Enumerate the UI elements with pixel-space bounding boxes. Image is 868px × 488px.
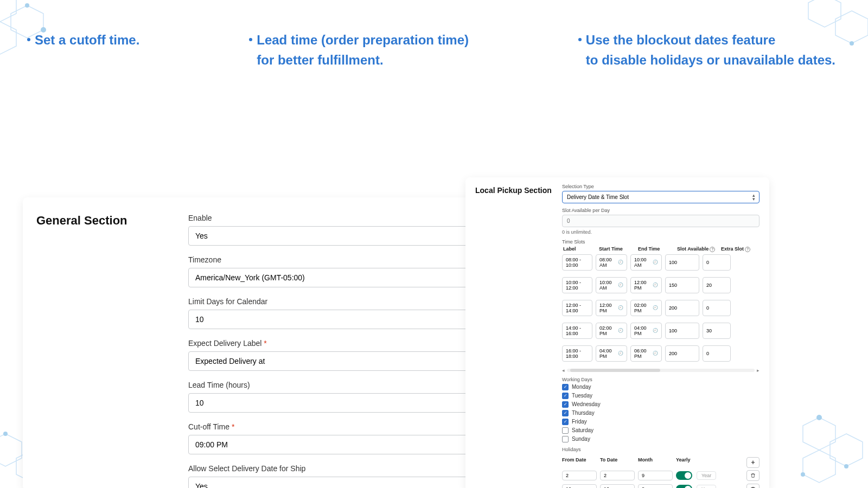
cutoff-time-input[interactable] bbox=[188, 435, 500, 454]
help-icon[interactable]: ? bbox=[745, 247, 750, 252]
slot-end-input[interactable]: 12:00 PM 🕘 bbox=[630, 277, 662, 293]
slot-extra-input[interactable]: 0 bbox=[703, 345, 731, 362]
allow-ship-label: Allow Select Delivery Date for Ship bbox=[188, 464, 500, 473]
time-slot-row: 14:00 - 16:0002:00 PM 🕘04:00 PM 🕘10030 bbox=[562, 323, 760, 339]
day-checkbox[interactable] bbox=[562, 427, 569, 434]
day-label: Sunday bbox=[572, 436, 590, 442]
slot-end-input[interactable]: 02:00 PM 🕘 bbox=[630, 300, 662, 316]
day-label: Tuesday bbox=[572, 393, 592, 399]
delete-holiday-button[interactable] bbox=[746, 470, 760, 481]
svg-point-12 bbox=[3, 432, 8, 436]
working-day-row: ✓Thursday bbox=[562, 410, 760, 416]
year-label: Year bbox=[697, 471, 716, 480]
day-checkbox[interactable]: ✓ bbox=[562, 393, 569, 399]
slot-per-day-note: 0 is unlimited. bbox=[562, 229, 760, 235]
bullet-cutoff: Set a cutoff time. bbox=[27, 30, 139, 70]
holidays-label: Holidays bbox=[562, 447, 760, 452]
working-day-row: Saturday bbox=[562, 427, 760, 434]
working-day-row: Sunday bbox=[562, 436, 760, 442]
slot-available-input[interactable]: 100 bbox=[665, 254, 699, 271]
timezone-select[interactable]: America/New_York (GMT-05:00) bbox=[188, 268, 500, 287]
svg-point-17 bbox=[816, 415, 822, 420]
add-holiday-button[interactable]: + bbox=[746, 457, 760, 468]
selection-type-select[interactable]: Delivery Date & Time Slot bbox=[562, 191, 760, 203]
slot-extra-input[interactable]: 0 bbox=[703, 300, 731, 316]
holiday-month-input[interactable]: 9 bbox=[638, 471, 673, 480]
holiday-to-input[interactable]: 2 bbox=[600, 471, 635, 480]
general-section-panel: General Section Enable Yes▴▾ Timezone Am… bbox=[23, 197, 514, 488]
cutoff-time-label: Cut-off Time * bbox=[188, 422, 500, 431]
slot-end-input[interactable]: 04:00 PM 🕘 bbox=[630, 323, 662, 339]
slot-available-input[interactable]: 200 bbox=[665, 300, 699, 316]
general-section-title: General Section bbox=[36, 214, 167, 474]
slot-per-day-label: Slot Available per Day bbox=[562, 208, 760, 213]
horizontal-scrollbar[interactable]: ◂▸ bbox=[562, 368, 760, 373]
clock-icon: 🕘 bbox=[618, 260, 623, 265]
svg-marker-10 bbox=[0, 434, 22, 466]
day-checkbox[interactable]: ✓ bbox=[562, 410, 569, 416]
working-day-row: ✓Tuesday bbox=[562, 393, 760, 399]
day-label: Wednesday bbox=[572, 401, 601, 407]
slot-end-input[interactable]: 10:00 AM 🕘 bbox=[630, 254, 662, 271]
holiday-from-input[interactable]: 10 bbox=[562, 484, 597, 488]
slot-start-input[interactable]: 08:00 AM 🕘 bbox=[596, 254, 627, 271]
working-day-row: ✓Wednesday bbox=[562, 401, 760, 408]
yearly-toggle[interactable] bbox=[676, 485, 692, 488]
working-days-label: Working Days bbox=[562, 377, 760, 382]
day-checkbox[interactable]: ✓ bbox=[562, 384, 569, 390]
day-label: Monday bbox=[572, 384, 591, 390]
slot-label-input[interactable]: 10:00 - 12:00 bbox=[562, 277, 592, 293]
slot-label-input[interactable]: 16:00 - 18:00 bbox=[562, 345, 592, 362]
slot-label-input[interactable]: 12:00 - 14:00 bbox=[562, 300, 592, 316]
local-pickup-panel: Local Pickup Section Selection Type Deli… bbox=[465, 177, 769, 488]
bullet-leadtime: Lead time (order preparation time) for b… bbox=[249, 30, 469, 70]
day-checkbox[interactable]: ✓ bbox=[562, 401, 569, 408]
allow-ship-select[interactable]: Yes bbox=[188, 477, 500, 488]
slot-available-input[interactable]: 100 bbox=[665, 323, 699, 339]
clock-icon: 🕘 bbox=[653, 260, 658, 265]
slot-start-input[interactable]: 02:00 PM 🕘 bbox=[596, 323, 627, 339]
slot-per-day-input[interactable] bbox=[562, 215, 760, 227]
limit-days-input[interactable] bbox=[188, 310, 500, 329]
lead-time-label: Lead Time (hours) bbox=[188, 381, 500, 389]
enable-select[interactable]: Yes bbox=[188, 226, 500, 246]
holiday-month-input[interactable]: 8 bbox=[638, 484, 673, 488]
working-day-row: ✓Monday bbox=[562, 384, 760, 390]
yearly-toggle[interactable] bbox=[676, 471, 692, 480]
slot-start-input[interactable]: 10:00 AM 🕘 bbox=[596, 277, 627, 293]
day-checkbox[interactable]: ✓ bbox=[562, 419, 569, 425]
lead-time-input[interactable] bbox=[188, 393, 500, 413]
slot-label-input[interactable]: 14:00 - 16:00 bbox=[562, 323, 592, 339]
holiday-to-input[interactable]: 12 bbox=[600, 484, 635, 488]
scroll-left-icon[interactable]: ◂ bbox=[562, 368, 565, 373]
time-slots-header: Label Start Time End Time Slot Available… bbox=[562, 246, 760, 254]
slot-extra-input[interactable]: 0 bbox=[703, 254, 731, 271]
clock-icon: 🕘 bbox=[618, 282, 623, 287]
day-label: Friday bbox=[572, 419, 587, 425]
slot-start-input[interactable]: 04:00 PM 🕘 bbox=[596, 345, 627, 362]
working-day-row: ✓Friday bbox=[562, 419, 760, 425]
bullet-text: Set a cutoff time. bbox=[35, 30, 139, 50]
help-icon[interactable]: ? bbox=[710, 247, 715, 252]
slot-end-input[interactable]: 06:00 PM 🕘 bbox=[630, 345, 662, 362]
clock-icon: 🕘 bbox=[653, 305, 658, 310]
svg-marker-16 bbox=[803, 450, 835, 483]
svg-marker-15 bbox=[830, 434, 863, 466]
slot-available-input[interactable]: 200 bbox=[665, 345, 699, 362]
slot-extra-input[interactable]: 30 bbox=[703, 323, 731, 339]
holiday-from-input[interactable]: 2 bbox=[562, 471, 597, 480]
clock-icon: 🕘 bbox=[618, 351, 623, 356]
slot-extra-input[interactable]: 20 bbox=[703, 277, 731, 293]
bg-hex-right-bottom bbox=[765, 396, 868, 488]
slot-start-input[interactable]: 12:00 PM 🕘 bbox=[596, 300, 627, 316]
delete-holiday-button[interactable] bbox=[746, 484, 760, 488]
expect-delivery-label-label: Expect Delivery Label * bbox=[188, 339, 500, 348]
expect-delivery-label-input[interactable] bbox=[188, 351, 500, 371]
day-checkbox[interactable] bbox=[562, 436, 569, 442]
scroll-right-icon[interactable]: ▸ bbox=[757, 368, 760, 373]
clock-icon: 🕘 bbox=[653, 328, 658, 333]
slot-label-input[interactable]: 08:00 - 10:00 bbox=[562, 254, 592, 271]
bullet-blockout: Use the blockout dates feature to disabl… bbox=[578, 30, 835, 70]
slot-available-input[interactable]: 150 bbox=[665, 277, 699, 293]
enable-label: Enable bbox=[188, 214, 500, 222]
